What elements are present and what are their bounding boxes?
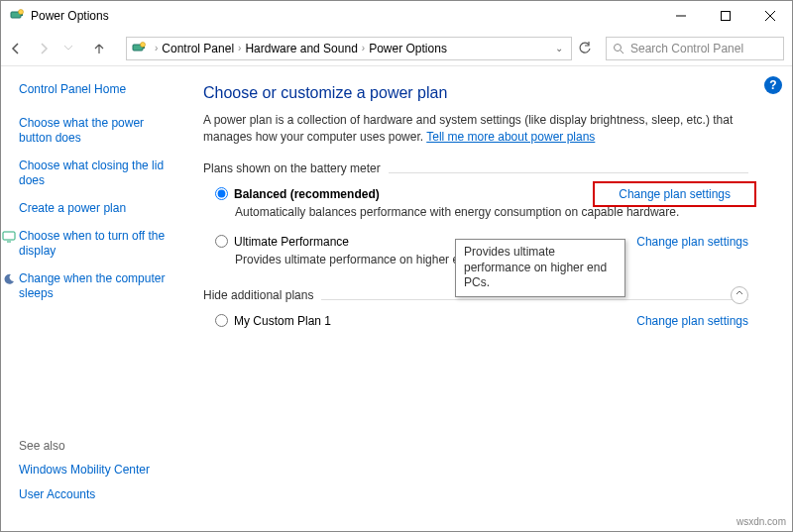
tooltip: Provides ultimate performance on higher … xyxy=(455,239,625,297)
sidebar: Control Panel Home Choose what the power… xyxy=(1,66,189,531)
close-button[interactable] xyxy=(747,1,792,31)
breadcrumb-item[interactable]: Control Panel xyxy=(162,42,234,55)
power-options-icon xyxy=(9,8,25,24)
address-dropdown-icon[interactable]: ⌄ xyxy=(551,43,567,53)
change-plan-settings-ultimate[interactable]: Change plan settings xyxy=(636,235,748,249)
recent-dropdown-icon[interactable] xyxy=(64,46,92,51)
titlebar: Power Options xyxy=(1,1,792,31)
learn-more-link[interactable]: Tell me more about power plans xyxy=(426,130,595,144)
chevron-right-icon[interactable]: › xyxy=(238,43,241,53)
svg-point-9 xyxy=(141,42,146,47)
minimize-button[interactable] xyxy=(658,1,703,31)
sidebar-link-computer-sleeps[interactable]: Change when the computer sleeps xyxy=(19,271,179,302)
main-panel: Choose or customize a power plan A power… xyxy=(189,66,792,531)
plan-balanced-desc: Automatically balances performance with … xyxy=(235,205,748,219)
refresh-button[interactable] xyxy=(578,42,606,55)
plan-ultimate-label[interactable]: Ultimate Performance xyxy=(234,235,349,249)
watermark: wsxdn.com xyxy=(736,516,786,527)
svg-line-11 xyxy=(621,51,623,53)
sidebar-link-create-plan[interactable]: Create a power plan xyxy=(19,201,179,217)
change-plan-settings-custom[interactable]: Change plan settings xyxy=(636,314,748,328)
page-description: A power plan is a collection of hardware… xyxy=(203,112,748,146)
content-area: Control Panel Home Choose what the power… xyxy=(1,66,792,531)
sidebar-link-power-button[interactable]: Choose what the power button does xyxy=(19,116,179,147)
display-icon xyxy=(1,229,17,245)
see-also-heading: See also xyxy=(19,439,150,453)
svg-rect-12 xyxy=(3,232,15,240)
page-heading: Choose or customize a power plan xyxy=(203,84,748,102)
svg-point-10 xyxy=(615,44,622,51)
plan-custom: My Custom Plan 1 Change plan settings xyxy=(215,314,748,328)
back-button[interactable] xyxy=(9,42,37,55)
sidebar-link-closing-lid[interactable]: Choose what closing the lid does xyxy=(19,159,179,189)
collapse-icon[interactable] xyxy=(731,286,748,304)
forward-button[interactable] xyxy=(37,42,64,55)
maximize-button[interactable] xyxy=(703,1,747,31)
plan-ultimate-radio[interactable] xyxy=(215,235,228,248)
svg-rect-4 xyxy=(721,12,730,21)
plan-custom-radio[interactable] xyxy=(215,314,228,327)
plan-balanced-radio[interactable] xyxy=(215,187,228,200)
chevron-right-icon[interactable]: › xyxy=(155,43,158,53)
address-bar[interactable]: › Control Panel › Hardware and Sound › P… xyxy=(126,37,572,60)
svg-point-2 xyxy=(19,10,24,15)
chevron-right-icon[interactable]: › xyxy=(362,43,365,53)
search-icon xyxy=(613,43,624,54)
plan-balanced: Balanced (recommended) Automatically bal… xyxy=(215,187,748,219)
search-placeholder: Search Control Panel xyxy=(630,42,743,55)
window-controls xyxy=(658,1,792,31)
control-panel-home-link[interactable]: Control Panel Home xyxy=(19,82,179,98)
sleep-icon xyxy=(1,271,17,287)
sidebar-link-turn-off-display[interactable]: Choose when to turn off the display xyxy=(19,229,179,260)
plan-custom-label[interactable]: My Custom Plan 1 xyxy=(234,314,331,328)
section-battery-plans: Plans shown on the battery meter xyxy=(203,161,748,177)
power-options-icon xyxy=(131,41,147,56)
breadcrumb-item[interactable]: Power Options xyxy=(369,42,447,55)
see-also-user-accounts[interactable]: User Accounts xyxy=(19,487,150,503)
search-box[interactable]: Search Control Panel xyxy=(606,37,784,60)
up-button[interactable] xyxy=(92,42,120,55)
navbar: › Control Panel › Hardware and Sound › P… xyxy=(1,31,792,66)
see-also-section: See also Windows Mobility Center User Ac… xyxy=(19,439,150,513)
change-plan-settings-balanced[interactable]: Change plan settings xyxy=(593,181,756,207)
breadcrumb-item[interactable]: Hardware and Sound xyxy=(245,42,357,55)
window-title: Power Options xyxy=(31,9,658,23)
plan-balanced-label[interactable]: Balanced (recommended) xyxy=(234,187,380,201)
see-also-mobility-center[interactable]: Windows Mobility Center xyxy=(19,463,150,479)
